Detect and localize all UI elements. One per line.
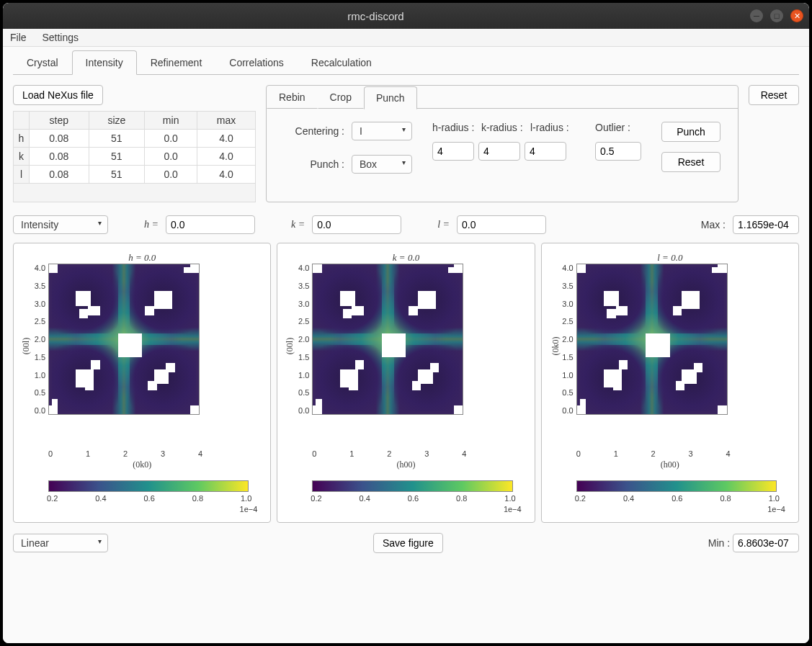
- grid-header-step: step: [30, 112, 89, 130]
- save-figure-button[interactable]: Save figure: [373, 533, 443, 553]
- main-tabs: Crystal Intensity Refinement Correlation…: [13, 50, 799, 75]
- colorbar-exponent: 1e−4: [22, 505, 257, 513]
- maximize-icon[interactable]: □: [770, 9, 783, 22]
- l-input[interactable]: [457, 215, 546, 234]
- plot-title: h = 0.0: [22, 252, 262, 264]
- colorbar: [576, 480, 777, 492]
- max-label: Max :: [701, 219, 726, 230]
- plot-xlabel: (h00): [286, 459, 525, 470]
- l-radius-label: l-radius :: [530, 122, 575, 133]
- tab-refinement[interactable]: Refinement: [137, 50, 216, 75]
- titlebar: rmc-discord ─ □ ✕: [3, 3, 809, 29]
- plot-title: l = 0.0: [550, 252, 790, 264]
- min-input[interactable]: [733, 534, 799, 552]
- plot-panel: l = 0.0 (0k0) 4.03.53.02.52.01.51.00.50.…: [541, 243, 799, 523]
- h-label: h =: [144, 219, 159, 230]
- grid-header-blank: [14, 112, 30, 130]
- min-label: Min :: [708, 537, 730, 549]
- grid-header-max: max: [197, 112, 256, 130]
- plot-ylabel: (0k0): [550, 337, 561, 356]
- close-icon[interactable]: ✕: [790, 9, 803, 22]
- table-row: k 0.08 51 0.0 4.0: [14, 148, 256, 166]
- k-label: k =: [291, 219, 305, 230]
- colorbar-exponent: 1e−4: [286, 505, 521, 513]
- plot-title: k = 0.0: [286, 252, 525, 264]
- plot-ylabel: (00l): [285, 338, 295, 354]
- heatmap-image[interactable]: [48, 264, 200, 415]
- grid-header-size: size: [89, 112, 145, 130]
- h-input[interactable]: [166, 215, 255, 234]
- minimize-icon[interactable]: ─: [750, 9, 763, 22]
- sub-tabs: Rebin Crop Punch: [267, 86, 738, 109]
- heatmap-image[interactable]: [576, 264, 728, 415]
- colorbar-ticks: 0.20.40.60.81.0: [575, 494, 780, 503]
- colorbar-ticks: 0.20.40.60.81.0: [47, 494, 251, 503]
- subtab-rebin[interactable]: Rebin: [267, 86, 318, 109]
- plot-panel: k = 0.0 (00l) 4.03.53.02.52.01.51.00.50.…: [277, 243, 535, 523]
- k-input[interactable]: [312, 215, 401, 234]
- tab-crystal[interactable]: Crystal: [13, 50, 72, 75]
- grid-table: step size min max h 0.08 51 0.0 4.0 k: [13, 111, 256, 202]
- plot-ylabel: (00l): [21, 338, 32, 354]
- punch-button[interactable]: Punch: [661, 122, 720, 142]
- reset-button[interactable]: Reset: [749, 85, 799, 105]
- max-input[interactable]: [733, 215, 799, 234]
- x-axis-ticks: 01234: [48, 449, 202, 458]
- table-row: h 0.08 51 0.0 4.0: [14, 130, 256, 148]
- outlier-label: Outlier :: [595, 122, 640, 133]
- colorbar: [312, 480, 512, 492]
- x-axis-ticks: 01234: [312, 449, 466, 458]
- h-radius-input[interactable]: [432, 142, 474, 161]
- grid-header-min: min: [145, 112, 197, 130]
- k-radius-label: k-radius :: [481, 122, 526, 133]
- window-title: rmc-discord: [9, 10, 743, 22]
- menu-settings[interactable]: Settings: [42, 32, 79, 43]
- outlier-input[interactable]: [595, 142, 641, 161]
- tab-recalculation[interactable]: Recalculation: [298, 50, 385, 75]
- centering-select[interactable]: I: [352, 122, 412, 140]
- punch-reset-button[interactable]: Reset: [661, 152, 720, 172]
- x-axis-ticks: 01234: [576, 449, 731, 458]
- subtab-punch[interactable]: Punch: [364, 86, 417, 109]
- h-radius-label: h-radius :: [432, 122, 477, 133]
- tab-correlations[interactable]: Correlations: [215, 50, 297, 75]
- colorbar: [48, 480, 249, 492]
- plot-panel: h = 0.0 (00l) 4.03.53.02.52.01.51.00.50.…: [13, 243, 271, 523]
- table-row-blank: [14, 184, 256, 202]
- l-label: l =: [437, 219, 450, 230]
- colorbar-ticks: 0.20.40.60.81.0: [311, 494, 515, 503]
- load-nexus-button[interactable]: Load NeXus file: [13, 85, 103, 105]
- punch-type-label: Punch :: [284, 158, 344, 170]
- menu-file[interactable]: File: [10, 32, 27, 43]
- punch-type-select[interactable]: Box: [352, 155, 412, 174]
- plot-xlabel: (0k0): [22, 459, 262, 470]
- tab-intensity[interactable]: Intensity: [72, 50, 137, 75]
- menubar: File Settings: [3, 29, 809, 47]
- view-mode-select[interactable]: Intensity: [13, 215, 108, 234]
- k-radius-input[interactable]: [478, 142, 520, 161]
- heatmap-image[interactable]: [312, 264, 463, 415]
- plot-xlabel: (h00): [550, 459, 790, 470]
- colorbar-exponent: 1e−4: [550, 505, 785, 513]
- subtab-crop[interactable]: Crop: [318, 86, 364, 109]
- table-row: l 0.08 51 0.0 4.0: [14, 166, 256, 184]
- scale-select[interactable]: Linear: [13, 534, 108, 552]
- centering-label: Centering :: [284, 125, 344, 137]
- l-radius-input[interactable]: [525, 142, 566, 161]
